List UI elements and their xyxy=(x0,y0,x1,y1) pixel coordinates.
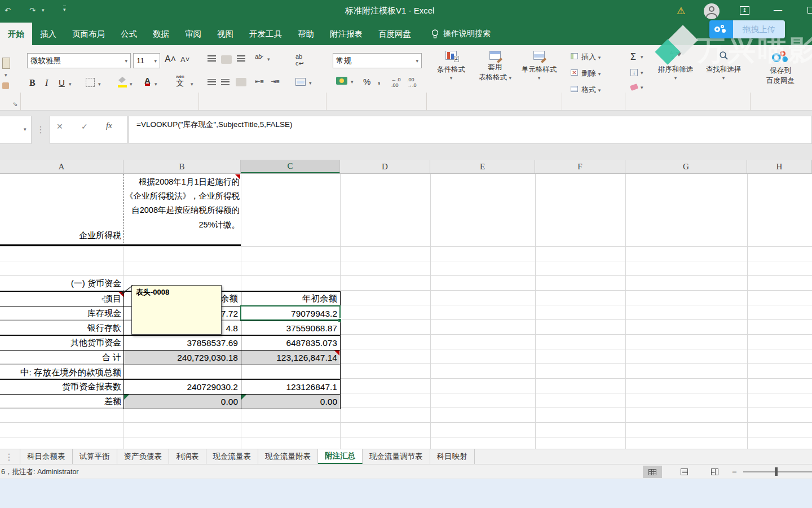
column-header-h[interactable]: H xyxy=(747,160,812,173)
delete-cells-button[interactable]: ✕删除 ▾ xyxy=(571,68,601,78)
tab-insert[interactable]: 插入 xyxy=(32,23,64,45)
phonetic-guide-icon[interactable]: wén文 xyxy=(176,75,184,87)
sheet-tab[interactable]: 科目余额表 xyxy=(20,449,73,464)
table-row[interactable]: 其他货币资金 37858537.69 6487835.073 xyxy=(0,336,341,351)
name-box[interactable] xyxy=(0,116,32,144)
align-middle-icon[interactable] xyxy=(221,55,232,64)
tab-help[interactable]: 帮助 xyxy=(290,23,322,45)
column-header-b[interactable]: B xyxy=(123,160,241,173)
tab-page-layout[interactable]: 页面布局 xyxy=(64,23,113,45)
enter-icon[interactable]: ✓ xyxy=(81,122,88,131)
paste-dropdown-icon[interactable]: ▾ xyxy=(5,72,7,78)
underline-dropdown-icon[interactable]: ▾ xyxy=(69,81,72,87)
tab-view[interactable]: 视图 xyxy=(209,23,241,45)
sheet-tab-active[interactable]: 附注汇总 xyxy=(318,449,363,464)
accounting-format-icon[interactable] xyxy=(336,77,347,85)
comma-style-icon[interactable]: , xyxy=(378,76,380,85)
column-header-g[interactable]: G xyxy=(625,160,747,173)
zoom-out-icon[interactable]: − xyxy=(732,467,737,476)
column-header-d[interactable]: D xyxy=(340,160,430,173)
borders-dropdown-icon[interactable]: ▾ xyxy=(98,81,101,87)
borders-icon[interactable] xyxy=(86,78,95,87)
fill-color-dropdown-icon[interactable]: ▾ xyxy=(130,81,133,87)
insert-cells-button[interactable]: 插入 ▾ xyxy=(571,52,601,62)
tab-formulas[interactable]: 公式 xyxy=(113,23,145,45)
normal-view-button[interactable] xyxy=(643,466,662,478)
autosum-icon[interactable]: Σ xyxy=(630,52,636,62)
restore-button[interactable] xyxy=(807,7,812,14)
font-name-combo[interactable]: 微软雅黑▾ xyxy=(27,53,131,68)
align-bottom-icon[interactable] xyxy=(237,55,245,62)
table-row-difference[interactable]: 差额 0.00 0.00 xyxy=(0,395,341,409)
sheet-tab[interactable]: 试算平衡 xyxy=(73,449,117,464)
decrease-decimal-icon[interactable]: .00→.0 xyxy=(407,77,417,88)
percent-style-icon[interactable]: % xyxy=(363,77,370,86)
clipboard-dialog-launcher-icon[interactable]: ⇘ xyxy=(12,100,17,108)
font-size-combo[interactable]: 11▾ xyxy=(133,53,160,68)
page-layout-view-button[interactable] xyxy=(674,466,694,478)
redo-dropdown-icon[interactable]: ▾ xyxy=(42,7,45,13)
tab-developer[interactable]: 开发工具 xyxy=(241,23,290,45)
column-header-c[interactable]: C xyxy=(241,160,340,173)
table-row[interactable]: 中: 存放在境外的款项总额 xyxy=(0,365,341,380)
tab-baidu-netdisk[interactable]: 百度网盘 xyxy=(370,23,419,45)
column-header-a[interactable]: A xyxy=(0,160,123,173)
fill-icon[interactable]: ↓ xyxy=(630,69,638,76)
accounting-dropdown-icon[interactable]: ▾ xyxy=(351,79,354,85)
cell-styles-button[interactable]: 单元格样式 ▾ xyxy=(518,51,561,82)
sheet-tab[interactable]: 资产负债表 xyxy=(117,449,170,464)
merge-center-icon[interactable] xyxy=(295,78,306,86)
undo-icon[interactable]: ↶ xyxy=(5,6,11,15)
cell-tax-note[interactable]: 根据2008年1月1日起施行的《企业所得税法》，企业所得税自2008年起按应纳税… xyxy=(125,175,240,232)
drag-upload-button[interactable]: 拖拽上传 xyxy=(709,20,785,38)
increase-decimal-icon[interactable]: ←.0.00 xyxy=(391,77,401,88)
conditional-formatting-button[interactable]: ≠ 条件格式 ▾ xyxy=(431,51,471,82)
decrease-indent-icon[interactable]: ⇤≡ xyxy=(255,78,264,85)
fill-color-icon[interactable] xyxy=(117,77,127,87)
zoom-slider-track[interactable] xyxy=(743,471,812,472)
sheet-tab[interactable]: 现金流量附表 xyxy=(258,449,318,464)
format-as-table-button[interactable]: 套用 表格格式 ▾ xyxy=(474,51,517,82)
cell-section-title[interactable]: (一) 货币资金 xyxy=(0,278,121,289)
avatar[interactable] xyxy=(704,3,720,19)
align-right-icon[interactable] xyxy=(236,78,246,86)
underline-button[interactable]: U xyxy=(59,78,65,87)
orientation-icon[interactable]: ab̷ xyxy=(255,53,262,60)
align-left-icon[interactable] xyxy=(208,79,216,85)
merge-dropdown-icon[interactable]: ▾ xyxy=(309,80,312,86)
wrap-text-icon[interactable]: abc↩ xyxy=(295,53,304,67)
name-box-dropdown-icon[interactable]: ▾ xyxy=(24,126,27,132)
decrease-font-icon[interactable]: A˅ xyxy=(180,55,189,64)
sheet-tab[interactable]: 现金流量调节表 xyxy=(363,449,430,464)
ribbon-display-options-icon[interactable]: ↥ xyxy=(740,6,749,15)
format-cells-button[interactable]: 格式 ▾ xyxy=(571,85,601,95)
cancel-icon[interactable]: ✕ xyxy=(56,122,63,131)
font-color-dropdown-icon[interactable]: ▾ xyxy=(155,81,157,87)
increase-indent-icon[interactable]: ⇥≡ xyxy=(271,78,280,85)
sheet-nav-icon[interactable]: ⋮ xyxy=(0,449,20,464)
clear-icon[interactable] xyxy=(630,84,638,91)
tab-home[interactable]: 开始 xyxy=(0,23,32,45)
format-painter-icon[interactable] xyxy=(2,82,9,89)
autosum-dropdown-icon[interactable]: ▾ xyxy=(641,54,643,60)
find-select-button[interactable]: 查找和选择 ▾ xyxy=(699,51,748,82)
align-center-icon[interactable] xyxy=(221,79,230,85)
table-row-total[interactable]: 合 计 240,729,030.18 123,126,847.14 xyxy=(0,351,341,365)
tell-me-search[interactable]: 操作说明搜索 xyxy=(431,23,491,45)
minimize-button[interactable]: — xyxy=(774,5,782,14)
fill-handle[interactable] xyxy=(338,318,342,322)
sheet-tab[interactable]: 现金流量表 xyxy=(206,449,259,464)
save-to-baidu-button[interactable]: 保存到 百度网盘 xyxy=(753,51,807,86)
italic-button[interactable]: I xyxy=(45,78,48,88)
sheet-tab[interactable]: 利润表 xyxy=(169,449,206,464)
selected-cell-outline[interactable] xyxy=(240,305,341,321)
tab-data[interactable]: 数据 xyxy=(145,23,177,45)
bold-button[interactable]: B xyxy=(29,78,36,88)
orientation-dropdown-icon[interactable]: ▾ xyxy=(267,56,270,62)
sheet-tab[interactable]: 科目映射 xyxy=(430,449,475,464)
cell-tax-label[interactable]: 企业所得税 xyxy=(0,230,121,241)
redo-icon[interactable]: ↷ xyxy=(29,6,36,15)
paste-icon[interactable] xyxy=(2,58,10,69)
sort-filter-button[interactable]: A↓Z 排序和筛选 ▾ xyxy=(652,51,699,82)
insert-function-icon[interactable]: fx xyxy=(106,121,112,130)
